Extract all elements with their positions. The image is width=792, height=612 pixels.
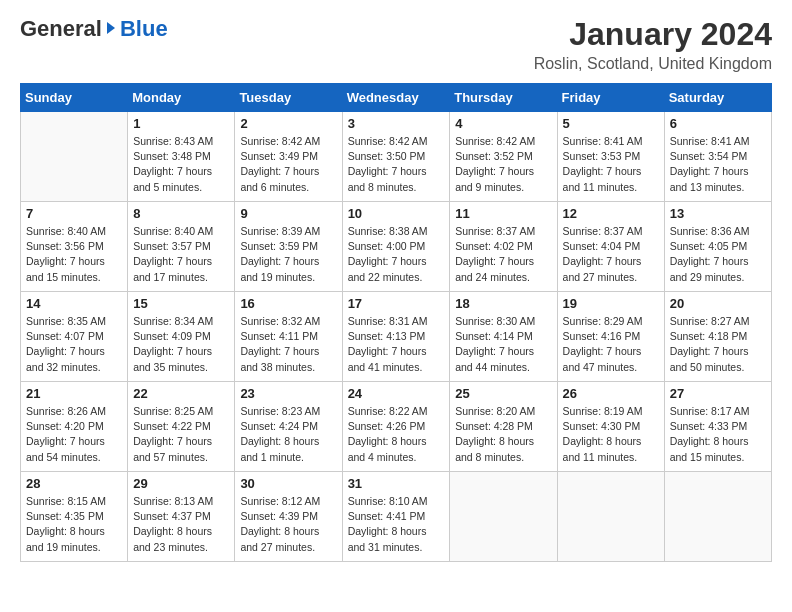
calendar-cell: 26Sunrise: 8:19 AMSunset: 4:30 PMDayligh… — [557, 382, 664, 472]
day-of-week-header: Thursday — [450, 84, 557, 112]
day-info: Sunrise: 8:22 AMSunset: 4:26 PMDaylight:… — [348, 404, 445, 465]
calendar-cell: 8Sunrise: 8:40 AMSunset: 3:57 PMDaylight… — [128, 202, 235, 292]
day-of-week-header: Friday — [557, 84, 664, 112]
day-number: 3 — [348, 116, 445, 131]
day-info: Sunrise: 8:42 AMSunset: 3:49 PMDaylight:… — [240, 134, 336, 195]
day-info: Sunrise: 8:42 AMSunset: 3:52 PMDaylight:… — [455, 134, 551, 195]
calendar-cell: 5Sunrise: 8:41 AMSunset: 3:53 PMDaylight… — [557, 112, 664, 202]
calendar-cell: 17Sunrise: 8:31 AMSunset: 4:13 PMDayligh… — [342, 292, 450, 382]
calendar-cell: 23Sunrise: 8:23 AMSunset: 4:24 PMDayligh… — [235, 382, 342, 472]
day-info: Sunrise: 8:17 AMSunset: 4:33 PMDaylight:… — [670, 404, 766, 465]
calendar-week-row: 7Sunrise: 8:40 AMSunset: 3:56 PMDaylight… — [21, 202, 772, 292]
day-info: Sunrise: 8:38 AMSunset: 4:00 PMDaylight:… — [348, 224, 445, 285]
calendar-week-row: 14Sunrise: 8:35 AMSunset: 4:07 PMDayligh… — [21, 292, 772, 382]
calendar-cell: 24Sunrise: 8:22 AMSunset: 4:26 PMDayligh… — [342, 382, 450, 472]
day-number: 9 — [240, 206, 336, 221]
day-number: 6 — [670, 116, 766, 131]
calendar-cell: 22Sunrise: 8:25 AMSunset: 4:22 PMDayligh… — [128, 382, 235, 472]
day-number: 28 — [26, 476, 122, 491]
day-info: Sunrise: 8:30 AMSunset: 4:14 PMDaylight:… — [455, 314, 551, 375]
calendar-cell: 29Sunrise: 8:13 AMSunset: 4:37 PMDayligh… — [128, 472, 235, 562]
day-info: Sunrise: 8:41 AMSunset: 3:53 PMDaylight:… — [563, 134, 659, 195]
calendar-cell: 11Sunrise: 8:37 AMSunset: 4:02 PMDayligh… — [450, 202, 557, 292]
day-of-week-header: Wednesday — [342, 84, 450, 112]
day-number: 24 — [348, 386, 445, 401]
day-number: 7 — [26, 206, 122, 221]
calendar-cell: 1Sunrise: 8:43 AMSunset: 3:48 PMDaylight… — [128, 112, 235, 202]
day-number: 17 — [348, 296, 445, 311]
day-info: Sunrise: 8:19 AMSunset: 4:30 PMDaylight:… — [563, 404, 659, 465]
calendar-cell: 25Sunrise: 8:20 AMSunset: 4:28 PMDayligh… — [450, 382, 557, 472]
calendar-cell — [450, 472, 557, 562]
calendar-cell: 28Sunrise: 8:15 AMSunset: 4:35 PMDayligh… — [21, 472, 128, 562]
calendar-cell: 14Sunrise: 8:35 AMSunset: 4:07 PMDayligh… — [21, 292, 128, 382]
calendar-cell: 18Sunrise: 8:30 AMSunset: 4:14 PMDayligh… — [450, 292, 557, 382]
svg-marker-0 — [107, 22, 115, 34]
calendar-cell: 6Sunrise: 8:41 AMSunset: 3:54 PMDaylight… — [664, 112, 771, 202]
day-info: Sunrise: 8:20 AMSunset: 4:28 PMDaylight:… — [455, 404, 551, 465]
day-info: Sunrise: 8:36 AMSunset: 4:05 PMDaylight:… — [670, 224, 766, 285]
calendar-cell: 3Sunrise: 8:42 AMSunset: 3:50 PMDaylight… — [342, 112, 450, 202]
day-info: Sunrise: 8:29 AMSunset: 4:16 PMDaylight:… — [563, 314, 659, 375]
day-number: 13 — [670, 206, 766, 221]
day-info: Sunrise: 8:32 AMSunset: 4:11 PMDaylight:… — [240, 314, 336, 375]
day-number: 22 — [133, 386, 229, 401]
logo-general-text: General — [20, 16, 102, 42]
day-number: 15 — [133, 296, 229, 311]
day-of-week-header: Sunday — [21, 84, 128, 112]
day-number: 29 — [133, 476, 229, 491]
calendar-cell: 27Sunrise: 8:17 AMSunset: 4:33 PMDayligh… — [664, 382, 771, 472]
month-title: January 2024 — [534, 16, 772, 53]
day-number: 8 — [133, 206, 229, 221]
calendar-cell: 31Sunrise: 8:10 AMSunset: 4:41 PMDayligh… — [342, 472, 450, 562]
day-number: 30 — [240, 476, 336, 491]
day-info: Sunrise: 8:40 AMSunset: 3:57 PMDaylight:… — [133, 224, 229, 285]
calendar-cell: 16Sunrise: 8:32 AMSunset: 4:11 PMDayligh… — [235, 292, 342, 382]
day-number: 5 — [563, 116, 659, 131]
location: Roslin, Scotland, United Kingdom — [534, 55, 772, 73]
day-info: Sunrise: 8:23 AMSunset: 4:24 PMDaylight:… — [240, 404, 336, 465]
calendar-cell — [21, 112, 128, 202]
day-of-week-header: Monday — [128, 84, 235, 112]
calendar-cell — [557, 472, 664, 562]
calendar-week-row: 1Sunrise: 8:43 AMSunset: 3:48 PMDaylight… — [21, 112, 772, 202]
day-number: 27 — [670, 386, 766, 401]
day-of-week-header: Saturday — [664, 84, 771, 112]
day-info: Sunrise: 8:26 AMSunset: 4:20 PMDaylight:… — [26, 404, 122, 465]
calendar-cell: 20Sunrise: 8:27 AMSunset: 4:18 PMDayligh… — [664, 292, 771, 382]
day-number: 23 — [240, 386, 336, 401]
day-number: 20 — [670, 296, 766, 311]
logo: General Blue — [20, 16, 168, 42]
calendar-cell: 10Sunrise: 8:38 AMSunset: 4:00 PMDayligh… — [342, 202, 450, 292]
calendar-cell: 21Sunrise: 8:26 AMSunset: 4:20 PMDayligh… — [21, 382, 128, 472]
day-info: Sunrise: 8:40 AMSunset: 3:56 PMDaylight:… — [26, 224, 122, 285]
logo-arrow-icon — [103, 16, 119, 42]
calendar-cell: 4Sunrise: 8:42 AMSunset: 3:52 PMDaylight… — [450, 112, 557, 202]
day-info: Sunrise: 8:31 AMSunset: 4:13 PMDaylight:… — [348, 314, 445, 375]
day-number: 4 — [455, 116, 551, 131]
day-number: 18 — [455, 296, 551, 311]
title-area: January 2024 Roslin, Scotland, United Ki… — [534, 16, 772, 73]
calendar-cell: 7Sunrise: 8:40 AMSunset: 3:56 PMDaylight… — [21, 202, 128, 292]
day-info: Sunrise: 8:34 AMSunset: 4:09 PMDaylight:… — [133, 314, 229, 375]
calendar-week-row: 21Sunrise: 8:26 AMSunset: 4:20 PMDayligh… — [21, 382, 772, 472]
day-number: 12 — [563, 206, 659, 221]
day-number: 19 — [563, 296, 659, 311]
day-info: Sunrise: 8:43 AMSunset: 3:48 PMDaylight:… — [133, 134, 229, 195]
day-info: Sunrise: 8:25 AMSunset: 4:22 PMDaylight:… — [133, 404, 229, 465]
day-info: Sunrise: 8:39 AMSunset: 3:59 PMDaylight:… — [240, 224, 336, 285]
day-number: 14 — [26, 296, 122, 311]
day-info: Sunrise: 8:10 AMSunset: 4:41 PMDaylight:… — [348, 494, 445, 555]
day-number: 11 — [455, 206, 551, 221]
calendar-cell: 12Sunrise: 8:37 AMSunset: 4:04 PMDayligh… — [557, 202, 664, 292]
calendar-header-row: SundayMondayTuesdayWednesdayThursdayFrid… — [21, 84, 772, 112]
day-number: 2 — [240, 116, 336, 131]
day-info: Sunrise: 8:37 AMSunset: 4:04 PMDaylight:… — [563, 224, 659, 285]
calendar-week-row: 28Sunrise: 8:15 AMSunset: 4:35 PMDayligh… — [21, 472, 772, 562]
logo-blue-text: Blue — [120, 16, 168, 42]
day-info: Sunrise: 8:42 AMSunset: 3:50 PMDaylight:… — [348, 134, 445, 195]
day-info: Sunrise: 8:15 AMSunset: 4:35 PMDaylight:… — [26, 494, 122, 555]
calendar-cell: 13Sunrise: 8:36 AMSunset: 4:05 PMDayligh… — [664, 202, 771, 292]
calendar-cell: 9Sunrise: 8:39 AMSunset: 3:59 PMDaylight… — [235, 202, 342, 292]
day-number: 1 — [133, 116, 229, 131]
